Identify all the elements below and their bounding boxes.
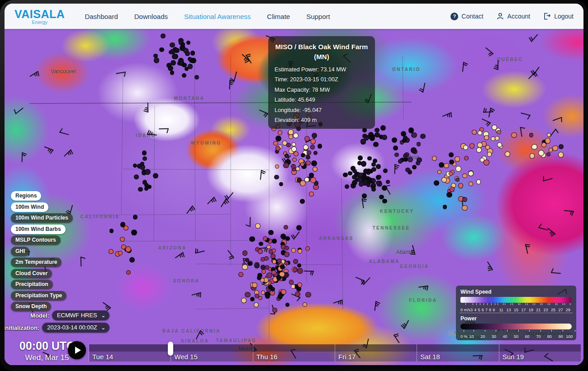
wind-farm-dot[interactable] xyxy=(292,158,296,162)
wind-farm-dot[interactable] xyxy=(284,261,288,265)
nav-link-situational-awareness[interactable]: Situational Awareness xyxy=(184,13,251,20)
wind-farm-dot[interactable] xyxy=(190,51,195,55)
wind-farm-dot[interactable] xyxy=(531,144,537,150)
wind-farm-dot[interactable] xyxy=(153,173,158,178)
wind-farm-dot[interactable] xyxy=(476,179,481,184)
wind-farm-dot[interactable] xyxy=(280,264,285,269)
wind-farm-dot[interactable] xyxy=(301,153,305,157)
wind-farm-dot[interactable] xyxy=(275,136,281,141)
model-select[interactable]: ECMWF HRES ⌄ xyxy=(52,310,109,320)
wind-farm-dot[interactable] xyxy=(257,276,261,280)
wind-farm-dot[interactable] xyxy=(358,155,363,160)
wind-farm-dot[interactable] xyxy=(154,57,160,63)
wind-farm-dot[interactable] xyxy=(476,147,482,153)
timeline-day-tue-14[interactable]: Tue 14 xyxy=(89,344,171,362)
wind-farm-dot[interactable] xyxy=(371,167,376,172)
logout-button[interactable]: Logout xyxy=(543,12,574,20)
wind-farm-dot[interactable] xyxy=(352,180,357,185)
wind-farm-dot[interactable] xyxy=(300,199,305,204)
wind-farm-dot[interactable] xyxy=(463,145,468,150)
wind-farm-dot[interactable] xyxy=(408,157,413,162)
wind-farm-dot[interactable] xyxy=(276,275,281,280)
initialization-select[interactable]: 2023-03-14 00:00Z ⌄ xyxy=(42,323,109,333)
wind-farm-dot[interactable] xyxy=(293,133,299,138)
wind-farm-dot[interactable] xyxy=(464,156,468,160)
wind-farm-dot[interactable] xyxy=(272,239,277,244)
wind-farm-dot[interactable] xyxy=(484,135,489,140)
layer-toggle-snow-depth[interactable]: Snow Depth xyxy=(11,302,51,311)
wind-farm-dot[interactable] xyxy=(343,173,347,177)
wind-farm-dot[interactable] xyxy=(300,180,306,186)
wind-farm-dot[interactable] xyxy=(291,248,296,253)
wind-farm-dot[interactable] xyxy=(373,142,378,147)
wind-farm-dot[interactable] xyxy=(386,180,390,184)
wind-farm-dot[interactable] xyxy=(188,57,192,61)
wind-farm-dot[interactable] xyxy=(437,170,441,174)
wind-farm-dot[interactable] xyxy=(310,139,316,144)
wind-farm-dot[interactable] xyxy=(417,142,421,146)
wind-farm-dot[interactable] xyxy=(166,63,171,68)
wind-farm-dot[interactable] xyxy=(241,298,247,303)
wind-farm-dot[interactable] xyxy=(307,150,311,155)
wind-farm-dot[interactable] xyxy=(270,287,275,291)
wind-farm-dot[interactable] xyxy=(375,132,379,137)
wind-farm-dot[interactable] xyxy=(559,144,564,149)
wind-farm-dot[interactable] xyxy=(142,171,147,176)
wind-farm-dot[interactable] xyxy=(552,146,558,151)
wind-farm-dot[interactable] xyxy=(497,142,502,147)
nav-link-climate[interactable]: Climate xyxy=(267,13,290,20)
wind-farm-dot[interactable] xyxy=(305,246,310,251)
wind-farm-dot[interactable] xyxy=(477,142,483,148)
wind-farm-dot[interactable] xyxy=(434,180,439,186)
layer-toggle-100m-wind[interactable]: 100m Wind xyxy=(11,202,48,212)
wind-farm-dot[interactable] xyxy=(444,163,449,168)
wind-farm-dot[interactable] xyxy=(280,234,286,239)
wind-farm-dot[interactable] xyxy=(133,164,137,168)
wind-farm-dot[interactable] xyxy=(538,150,544,155)
timeline-day-sun-19[interactable]: Sun 19 xyxy=(499,344,581,362)
wind-farm-dot[interactable] xyxy=(296,225,302,230)
wind-farm-dot[interactable] xyxy=(284,252,289,257)
wind-farm-dot[interactable] xyxy=(291,164,295,169)
wind-farm-dot[interactable] xyxy=(252,282,257,288)
layer-toggle-2m-temperature[interactable]: 2m Temperature xyxy=(11,258,62,267)
wind-farm-dot[interactable] xyxy=(392,137,397,143)
wind-farm-dot[interactable] xyxy=(273,141,278,146)
layer-toggle-cloud-cover[interactable]: Cloud Cover xyxy=(11,269,52,278)
wind-farm-dot[interactable] xyxy=(306,160,311,165)
wind-farm-dot[interactable] xyxy=(291,284,295,289)
wind-farm-dot[interactable] xyxy=(462,197,467,202)
wind-farm-dot[interactable] xyxy=(292,142,296,146)
nav-link-dashboard[interactable]: Dashboard xyxy=(85,13,118,20)
wind-farm-dot[interactable] xyxy=(295,167,299,171)
layer-toggle-100m-wind-particles[interactable]: 100m Wind Particles xyxy=(11,213,73,223)
wind-farm-dot[interactable] xyxy=(443,205,447,209)
wind-farm-dot[interactable] xyxy=(275,164,279,169)
wind-farm-dot[interactable] xyxy=(403,154,408,158)
wind-farm-dot[interactable] xyxy=(247,262,252,266)
layer-toggle-mslp-contours[interactable]: MSLP Contours xyxy=(11,235,61,245)
contact-button[interactable]: ?Contact xyxy=(450,13,483,20)
wind-farm-dot[interactable] xyxy=(462,174,467,178)
wind-farm-dot[interactable] xyxy=(364,136,368,141)
wind-farm-dot[interactable] xyxy=(142,150,147,155)
wind-farm-dot[interactable] xyxy=(274,175,279,180)
wind-farm-dot[interactable] xyxy=(455,166,461,172)
wind-farm-dot[interactable] xyxy=(170,49,175,54)
wind-farm-dot[interactable] xyxy=(289,134,293,139)
wind-farm-dot[interactable] xyxy=(170,42,175,48)
wind-farm-dot[interactable] xyxy=(432,156,437,161)
wind-farm-dot[interactable] xyxy=(297,263,301,268)
wind-farm-dot[interactable] xyxy=(131,230,137,235)
wind-farm-dot[interactable] xyxy=(272,249,276,253)
wind-farm-dot[interactable] xyxy=(126,270,131,275)
timeline-day-wed-15[interactable]: Wed 15 xyxy=(171,344,252,362)
wind-farm-dot[interactable] xyxy=(294,151,299,156)
wind-farm-dot[interactable] xyxy=(297,268,303,274)
wind-farm-dot[interactable] xyxy=(242,264,247,270)
wind-farm-dot[interactable] xyxy=(485,145,489,149)
wind-farm-dot[interactable] xyxy=(303,302,307,307)
wind-farm-dot[interactable] xyxy=(377,175,381,179)
forecast-timeline[interactable]: Tue 14Wed 15Thu 16Fri 17Sat 18Sun 19 xyxy=(89,344,581,362)
wind-farm-dot[interactable] xyxy=(529,133,533,137)
